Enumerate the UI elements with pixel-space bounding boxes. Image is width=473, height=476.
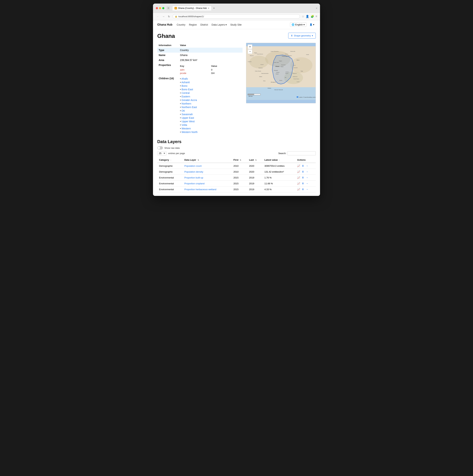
list-item: Greater Accra — [180, 98, 241, 102]
traffic-lights — [156, 7, 164, 9]
new-tab-button[interactable]: + — [213, 7, 215, 10]
minimize-button[interactable] — [159, 7, 161, 9]
child-link-savannah[interactable]: Savannah — [182, 113, 193, 116]
url-bar[interactable]: 🔒 localhost:8000/shapes/1/ — [172, 14, 300, 19]
language-selector[interactable]: 🌐 English ▾ — [290, 22, 306, 27]
nav-study-site[interactable]: Study Site — [230, 23, 242, 26]
bookmark-icon[interactable]: ☆ — [302, 15, 304, 18]
child-link-central[interactable]: Central — [182, 92, 190, 94]
row-layer: Population density — [183, 169, 232, 175]
col-header-last[interactable]: Last ⇅ — [247, 157, 263, 163]
child-link-northern-east[interactable]: Northern East — [182, 106, 197, 109]
svg-text:Leaflet | © OpenStreetMap cont: Leaflet | © OpenStreetMap contributors — [299, 97, 316, 98]
download-icon[interactable]: ⬇ — [302, 176, 304, 179]
close-button[interactable] — [156, 7, 158, 9]
arrow-icon[interactable]: → — [306, 176, 308, 179]
user-button[interactable]: 👤 ▾ — [308, 23, 316, 27]
col-header-first[interactable]: First ⇅ — [232, 157, 247, 163]
download-icon[interactable]: ⬇ — [302, 188, 304, 191]
zoom-out-button[interactable]: − — [248, 49, 252, 54]
layer-link-proportion-herbaceous-wetland[interactable]: Proportion herbaceous wetland — [184, 188, 216, 191]
child-link-greater-accra[interactable]: Greater Accra — [182, 99, 197, 102]
label-children: Children (16) — [157, 76, 179, 135]
child-link-western-north[interactable]: Western North — [182, 131, 198, 134]
layer-link-proportion-cropland[interactable]: Proportion cropland — [184, 182, 204, 185]
maximize-button[interactable] — [162, 7, 164, 9]
globe-icon: 🌐 — [292, 23, 294, 26]
list-item: Ashanti — [180, 81, 241, 84]
svg-rect-46 — [248, 94, 254, 95]
chart-icon[interactable]: 📈 — [297, 182, 300, 185]
search-input[interactable] — [287, 151, 316, 155]
chart-icon[interactable]: 📈 — [297, 176, 300, 179]
show-raw-data-toggle[interactable] — [157, 146, 163, 150]
shape-geometry-button[interactable]: ⬇ Shape geometry ▾ — [288, 33, 316, 39]
arrow-icon[interactable]: → — [306, 170, 308, 173]
child-link-upper-west[interactable]: Upper West — [182, 120, 195, 123]
row-first: 2010 — [232, 163, 247, 169]
tab-bar: G Ghana (Country) - Ghana Hub ✕ + — [172, 6, 314, 11]
arrow-icon[interactable]: → — [306, 182, 308, 185]
menu-icon[interactable]: ≡ — [316, 15, 317, 18]
col-header-latest-value[interactable]: Latest value ↑ — [263, 157, 295, 163]
action-icons: 📈 ⬇ → — [297, 182, 314, 185]
chart-icon[interactable]: 📈 — [297, 170, 300, 173]
child-link-oti[interactable]: Oti — [182, 109, 185, 112]
info-row-type: Type Country — [157, 48, 243, 53]
navbar: Ghana Hub Country Region District Data L… — [153, 20, 320, 29]
nav-district[interactable]: District — [201, 23, 208, 26]
nav-country[interactable]: Country — [177, 23, 185, 26]
zoom-in-button[interactable]: + — [248, 44, 252, 49]
svg-text:Faso: Faso — [254, 52, 257, 54]
child-link-ahafo[interactable]: Ahafo — [181, 77, 188, 80]
prop-col-value: Value — [211, 64, 241, 68]
layer-link-population-count[interactable]: Population count — [184, 165, 202, 167]
layer-link-proportion-builtup[interactable]: Proportion built-up — [184, 176, 203, 179]
page-content: Ghana Hub Country Region District Data L… — [153, 20, 320, 196]
child-link-bono[interactable]: Bono — [182, 85, 187, 87]
chart-icon[interactable]: 📈 — [297, 164, 300, 167]
back-button[interactable]: ← — [156, 15, 160, 18]
child-link-eastern[interactable]: Eastern — [182, 95, 190, 98]
reload-button[interactable]: ↻ — [167, 15, 171, 18]
nav-region[interactable]: Region — [189, 23, 197, 26]
download-icon[interactable]: ⬇ — [302, 170, 304, 173]
download-icon[interactable]: ⬇ — [302, 164, 304, 167]
list-item: Northern — [180, 102, 241, 105]
tab-close-icon[interactable]: ✕ — [208, 7, 209, 9]
info-table: Information Value Type Country Name — [157, 43, 243, 135]
properties-table: Key Value adm 0 — [180, 64, 241, 75]
window-controls: ≡ — [316, 7, 317, 9]
entries-per-page-select[interactable]: 10 25 50 100 — [157, 151, 167, 155]
browser-window: ⊞ G Ghana (Country) - Ghana Hub ✕ + ≡ ← … — [153, 3, 320, 196]
svg-text:Abengouru: Abengouru — [270, 81, 276, 83]
dropdown-arrow-icon: ▾ — [225, 23, 227, 26]
navbar-brand[interactable]: Ghana Hub — [157, 23, 172, 26]
sort-icon-latest: ↑ — [279, 159, 280, 161]
extensions-icon[interactable]: 🧩 — [311, 15, 314, 18]
child-link-volta[interactable]: Volta — [182, 123, 187, 126]
child-link-upper-east[interactable]: Upper East — [182, 117, 194, 119]
user-icon: 👤 — [309, 23, 312, 26]
download-icon[interactable]: ⬇ — [302, 182, 304, 185]
child-link-northern[interactable]: Northern — [182, 102, 191, 105]
child-link-ashanti[interactable]: Ashanti — [181, 81, 190, 84]
child-link-western[interactable]: Western — [182, 127, 191, 130]
chart-icon[interactable]: 📈 — [297, 188, 300, 191]
map-container[interactable]: Faso Malanville Kebbi Kadiolo Bénin Togo… — [246, 43, 316, 103]
row-layer: Proportion built-up — [183, 175, 232, 181]
svg-text:Hauts-Bassins: Hauts-Bassins — [257, 53, 263, 54]
forward-button[interactable]: → — [162, 15, 165, 18]
layer-link-population-density[interactable]: Population density — [184, 170, 203, 173]
list-item: Ahafo — [180, 77, 241, 81]
arrow-icon[interactable]: → — [306, 164, 308, 167]
col-header-data-layer[interactable]: Data Layer ⇅ — [183, 157, 232, 163]
nav-data-layers[interactable]: Data Layers ▾ — [212, 23, 227, 26]
arrow-icon[interactable]: → — [306, 188, 308, 191]
child-link-bono-east[interactable]: Bono East — [182, 88, 193, 91]
active-tab[interactable]: G Ghana (Country) - Ghana Hub ✕ — [172, 6, 212, 11]
profile-icon[interactable]: 👤 — [306, 15, 309, 18]
navbar-right: 🌐 English ▾ 👤 ▾ — [290, 22, 316, 27]
svg-text:Sokode: Sokode — [294, 67, 298, 68]
col-header-category[interactable]: Category ↑ — [157, 157, 183, 163]
